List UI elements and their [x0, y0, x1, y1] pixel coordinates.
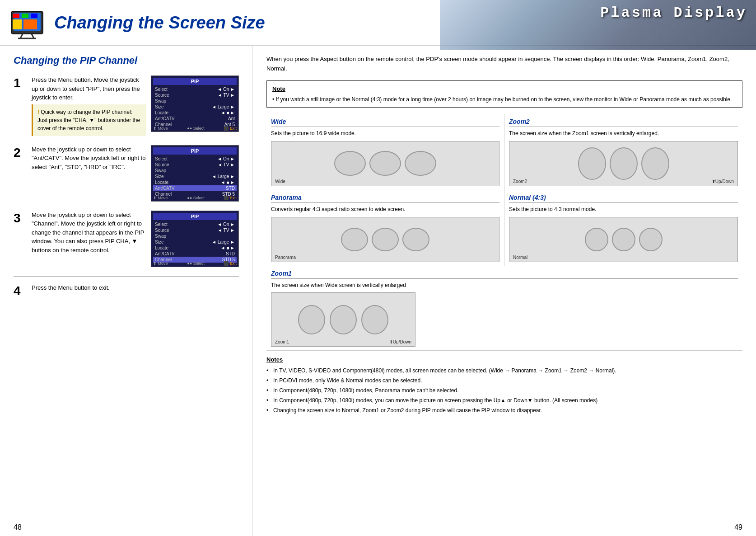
step-1-content: Press the Menu button. Move the joystick… [32, 75, 239, 136]
oval [585, 228, 608, 251]
notes-title: Notes [266, 355, 742, 364]
zoom1-label: Zoom1 [275, 339, 289, 344]
pip-row: Source◄ TV ► [153, 227, 237, 233]
main-content: Changing the PIP Channel 1 Press the Men… [0, 46, 756, 536]
pip-row: Swap [153, 168, 237, 174]
pip-row: Source◄ TV ► [153, 92, 237, 98]
step-4-text: Press the Menu button to exit. [32, 283, 239, 292]
pip-row-selected: Ant/CATVSTD [153, 185, 237, 191]
wide-section: Wide Sets the picture to 16:9 wide mode.… [266, 114, 504, 190]
notes-item: In Component(480p, 720p, 1080i) modes, P… [266, 386, 742, 395]
oval [612, 228, 635, 251]
right-panel: When you press the Aspect button on the … [253, 46, 756, 536]
pip-footer: ⬆ Move●● Select⬛ Exit [153, 261, 237, 266]
step-1-text: Press the Menu button. Move the joystick… [32, 75, 146, 102]
notes-item: Changing the screen size to Normal, Zoom… [266, 406, 742, 414]
zoom2-section: Zoom2 The screen size when the Zoom1 scr… [504, 114, 742, 190]
zoom1-title: Zoom1 [271, 270, 738, 279]
pip-footer: ⬆ Move●● Select⬛ Exit [153, 126, 237, 131]
zoom1-updown: ⬆Up/Down [389, 339, 411, 344]
tv-icon [9, 5, 45, 41]
tip-text: Quick way to change the PIP channel: Jus… [37, 109, 140, 132]
wide-title: Wide [271, 118, 499, 127]
pip-row: Size◄ Large ► [153, 104, 237, 110]
step-2-number: 2 [14, 145, 25, 160]
note-title: Note [272, 85, 737, 94]
zoom1-ovals [298, 305, 388, 334]
pip-title-2: PIP [153, 147, 237, 155]
wide-desc: Sets the picture to 16:9 wide mode. [271, 130, 499, 137]
pip-row: Ant/CATVAnt [153, 116, 237, 122]
normal-screen-vis: Normal [509, 217, 738, 262]
zoom2-updown: ⬆Up/Down [712, 179, 734, 184]
oval [369, 151, 401, 176]
notes-section: Notes In TV, VIDEO, S-VIDEO and Componen… [266, 355, 742, 414]
pip-row: Select◄ On ► [153, 221, 237, 227]
pip-row: Size◄ Large ► [153, 239, 237, 245]
zoom2-screen-vis: Zoom2 ⬆Up/Down [509, 141, 738, 186]
step-3-content: Move the joystick up or down to select "… [32, 211, 239, 267]
step-3-number: 3 [14, 211, 25, 226]
step-2-content: Move the joystick up or down to select "… [32, 145, 239, 202]
pip-menu-3: PIP Select◄ On ► Source◄ TV ► Swap Size◄… [151, 211, 239, 267]
plasma-display-title: Plasma Display [600, 5, 747, 21]
svg-rect-5 [13, 19, 22, 29]
zoom2-desc: The screen size when the Zoom1 screen is… [509, 130, 738, 137]
normal-ovals [585, 228, 663, 251]
pip-menu-1: PIP Select◄ On ► Source◄ TV ► Swap Size◄… [151, 75, 239, 132]
header: Plasma Display Changing the Screen Size [0, 0, 756, 46]
normal-desc: Sets the picture to 4:3 normal mode. [509, 206, 738, 213]
divider [14, 276, 239, 277]
page-title: Changing the Screen Size [54, 13, 265, 33]
pip-row: Source◄ TV ► [153, 162, 237, 168]
svg-rect-4 [31, 14, 37, 18]
step-4-number: 4 [14, 283, 25, 299]
step-3-text: Move the joystick up or down to select "… [32, 211, 146, 255]
step-1-number: 1 [14, 75, 25, 91]
pip-row: Locate◄ ■ ► [153, 110, 237, 116]
intro-text: When you press the Aspect button on the … [266, 55, 742, 74]
step-1: 1 Press the Menu button. Move the joysti… [14, 75, 239, 136]
oval [341, 228, 368, 251]
oval [372, 228, 399, 251]
pip-row: Select◄ On ► [153, 86, 237, 92]
step-4: 4 Press the Menu button to exit. [14, 283, 239, 299]
zoom2-label: Zoom2 [513, 179, 527, 184]
panorama-label: Panorama [275, 255, 296, 260]
step-1-tip: ! Quick way to change the PIP channel: J… [32, 104, 146, 136]
pip-title-1: PIP [153, 78, 237, 85]
pip-footer: ⬆ Move●● Select⬛ Exit [153, 196, 237, 200]
pip-title-3: PIP [153, 213, 237, 220]
pip-row: Locate◄ ■ ► [153, 245, 237, 251]
wide-ovals [334, 151, 436, 176]
pip-row: Swap [153, 233, 237, 239]
oval [298, 305, 325, 334]
step-2: 2 Move the joystick up or down to select… [14, 145, 239, 202]
zoom1-desc: The screen size when Wide screen is vert… [271, 282, 738, 289]
oval [578, 147, 606, 180]
zoom1-section: Zoom1 The screen size when Wide screen i… [266, 266, 742, 351]
pip-row: Select◄ On ► [153, 156, 237, 162]
panorama-desc: Converts regular 4:3 aspect ratio screen… [271, 206, 499, 213]
left-section-title: Changing the PIP Channel [14, 55, 239, 66]
normal-section: Normal (4:3) Sets the picture to 4:3 nor… [504, 190, 742, 266]
panorama-section: Panorama Converts regular 4:3 aspect rat… [266, 190, 504, 266]
left-panel: Changing the PIP Channel 1 Press the Men… [0, 46, 253, 536]
notes-item: In Component(480p, 720p, 1080i) modes, y… [266, 396, 742, 404]
tip-icon: ! [37, 109, 39, 115]
zoom2-ovals [578, 147, 669, 180]
svg-rect-2 [13, 14, 19, 18]
oval [405, 151, 436, 176]
panorama-ovals [341, 228, 429, 251]
normal-label: Normal [513, 255, 527, 260]
page-num-right: 49 [734, 523, 742, 531]
notes-list: In TV, VIDEO, S-VIDEO and Component(480i… [266, 367, 742, 414]
wide-screen-vis: Wide [271, 141, 499, 186]
svg-rect-3 [22, 14, 28, 18]
oval [610, 147, 638, 180]
svg-rect-6 [23, 19, 37, 29]
note-text: • If you watch a still image or the Norm… [272, 95, 737, 103]
normal-title: Normal (4:3) [509, 194, 738, 203]
pip-row: Locate◄ ■ ► [153, 179, 237, 185]
step-3: 3 Move the joystick up or down to select… [14, 211, 239, 267]
